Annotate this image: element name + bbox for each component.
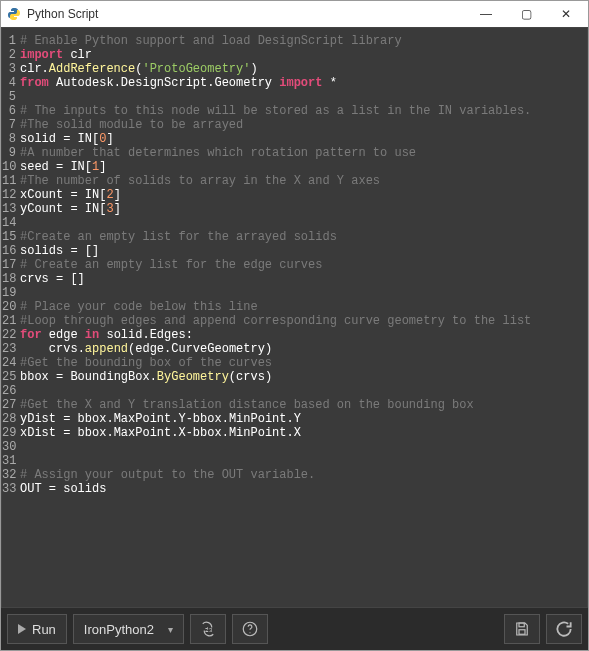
- line-number: 9: [2, 146, 16, 160]
- line-number: 27: [2, 398, 16, 412]
- line-number: 8: [2, 132, 16, 146]
- maximize-button[interactable]: ▢: [506, 2, 546, 26]
- run-button[interactable]: Run: [7, 614, 67, 644]
- code-line[interactable]: [20, 384, 587, 398]
- line-number: 25: [2, 370, 16, 384]
- titlebar: Python Script — ▢ ✕: [1, 1, 588, 27]
- code-line[interactable]: solids = []: [20, 244, 587, 258]
- code-line[interactable]: [20, 454, 587, 468]
- line-number-gutter: 1234567891011121314151617181920212223242…: [2, 34, 20, 607]
- play-icon: [18, 624, 26, 634]
- run-label: Run: [32, 622, 56, 637]
- line-number: 28: [2, 412, 16, 426]
- svg-point-2: [249, 632, 250, 633]
- migrate-icon: 2̇3: [199, 620, 217, 638]
- line-number: 4: [2, 76, 16, 90]
- code-line[interactable]: crvs.append(edge.CurveGeometry): [20, 342, 587, 356]
- code-line[interactable]: #Create an empty list for the arrayed so…: [20, 230, 587, 244]
- code-line[interactable]: solid = IN[0]: [20, 132, 587, 146]
- save-icon: [513, 620, 531, 638]
- close-button[interactable]: ✕: [546, 2, 586, 26]
- code-line[interactable]: OUT = solids: [20, 482, 587, 496]
- line-number: 18: [2, 272, 16, 286]
- help-icon: [241, 620, 259, 638]
- python-script-window: Python Script — ▢ ✕ 12345678910111213141…: [0, 0, 589, 651]
- line-number: 32: [2, 468, 16, 482]
- code-line[interactable]: #The number of solids to array in the X …: [20, 174, 587, 188]
- line-number: 12: [2, 188, 16, 202]
- code-line[interactable]: [20, 286, 587, 300]
- line-number: 5: [2, 90, 16, 104]
- line-number: 2: [2, 48, 16, 62]
- engine-dropdown[interactable]: IronPython2 ▾: [73, 614, 184, 644]
- line-number: 24: [2, 356, 16, 370]
- svg-rect-4: [519, 630, 525, 635]
- code-line[interactable]: #Get the bounding box of the curves: [20, 356, 587, 370]
- code-editor[interactable]: 1234567891011121314151617181920212223242…: [1, 27, 588, 608]
- footer-toolbar: Run IronPython2 ▾ 2̇3: [1, 608, 588, 650]
- code-line[interactable]: yDist = bbox.MaxPoint.Y-bbox.MinPoint.Y: [20, 412, 587, 426]
- line-number: 21: [2, 314, 16, 328]
- line-number: 3: [2, 62, 16, 76]
- code-line[interactable]: #A number that determines which rotation…: [20, 146, 587, 160]
- code-line[interactable]: xCount = IN[2]: [20, 188, 587, 202]
- svg-rect-3: [519, 623, 524, 627]
- code-line[interactable]: # Create an empty list for the edge curv…: [20, 258, 587, 272]
- code-line[interactable]: #The solid module to be arrayed: [20, 118, 587, 132]
- revert-button[interactable]: [546, 614, 582, 644]
- code-line[interactable]: [20, 90, 587, 104]
- line-number: 31: [2, 454, 16, 468]
- line-number: 22: [2, 328, 16, 342]
- line-number: 29: [2, 426, 16, 440]
- code-line[interactable]: bbox = BoundingBox.ByGeometry(crvs): [20, 370, 587, 384]
- line-number: 30: [2, 440, 16, 454]
- code-line[interactable]: # Assign your output to the OUT variable…: [20, 468, 587, 482]
- code-line[interactable]: # The inputs to this node will be stored…: [20, 104, 587, 118]
- svg-text:2̇3: 2̇3: [205, 627, 213, 633]
- line-number: 17: [2, 258, 16, 272]
- minimize-button[interactable]: —: [466, 2, 506, 26]
- line-number: 13: [2, 202, 16, 216]
- engine-selected: IronPython2: [84, 622, 154, 637]
- app-icon: [7, 7, 21, 21]
- line-number: 14: [2, 216, 16, 230]
- code-line[interactable]: for edge in solid.Edges:: [20, 328, 587, 342]
- line-number: 7: [2, 118, 16, 132]
- line-number: 10: [2, 160, 16, 174]
- code-line[interactable]: [20, 440, 587, 454]
- line-number: 6: [2, 104, 16, 118]
- code-line[interactable]: #Loop through edges and append correspon…: [20, 314, 587, 328]
- line-number: 16: [2, 244, 16, 258]
- code-line[interactable]: from Autodesk.DesignScript.Geometry impo…: [20, 76, 587, 90]
- code-line[interactable]: [20, 216, 587, 230]
- window-title: Python Script: [27, 7, 466, 21]
- code-line[interactable]: xDist = bbox.MaxPoint.X-bbox.MinPoint.X: [20, 426, 587, 440]
- revert-icon: [554, 619, 574, 639]
- help-button[interactable]: [232, 614, 268, 644]
- code-line[interactable]: # Enable Python support and load DesignS…: [20, 34, 587, 48]
- line-number: 20: [2, 300, 16, 314]
- code-line[interactable]: yCount = IN[3]: [20, 202, 587, 216]
- migrate-button[interactable]: 2̇3: [190, 614, 226, 644]
- code-line[interactable]: # Place your code below this line: [20, 300, 587, 314]
- code-line[interactable]: seed = IN[1]: [20, 160, 587, 174]
- code-line[interactable]: clr.AddReference('ProtoGeometry'): [20, 62, 587, 76]
- line-number: 19: [2, 286, 16, 300]
- code-line[interactable]: crvs = []: [20, 272, 587, 286]
- save-button[interactable]: [504, 614, 540, 644]
- line-number: 15: [2, 230, 16, 244]
- line-number: 26: [2, 384, 16, 398]
- line-number: 1: [2, 34, 16, 48]
- line-number: 11: [2, 174, 16, 188]
- code-area[interactable]: # Enable Python support and load DesignS…: [20, 34, 587, 607]
- chevron-down-icon: ▾: [168, 624, 173, 635]
- code-line[interactable]: #Get the X and Y translation distance ba…: [20, 398, 587, 412]
- line-number: 33: [2, 482, 16, 496]
- code-line[interactable]: import clr: [20, 48, 587, 62]
- line-number: 23: [2, 342, 16, 356]
